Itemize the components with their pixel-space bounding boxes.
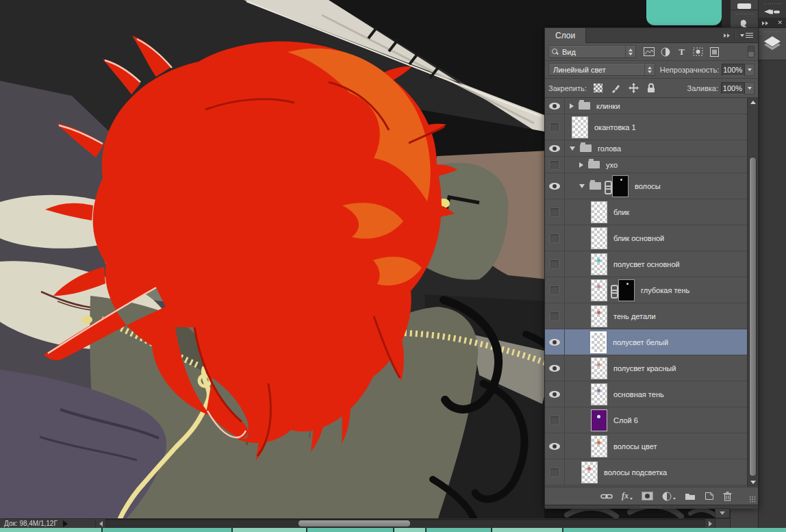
lock-all-icon[interactable] — [645, 82, 658, 94]
expand-panels-icon[interactable] — [762, 21, 768, 25]
scroll-left-button[interactable] — [96, 519, 105, 528]
layer-name[interactable]: полусвет белый — [613, 338, 668, 346]
filter-kind-select[interactable]: Вид — [548, 45, 636, 58]
smart-object-filter-icon[interactable] — [708, 46, 721, 58]
layer-row[interactable]: окантовка 1 — [545, 114, 747, 140]
new-adjustment-layer-button[interactable] — [662, 492, 676, 501]
shape-layer-filter-icon[interactable] — [692, 46, 705, 58]
layer-name[interactable]: волосы цвет — [613, 442, 657, 451]
tools-panel-button[interactable] — [731, 10, 758, 29]
visibility-toggle[interactable] — [545, 433, 565, 459]
layer-thumbnail[interactable] — [591, 435, 607, 457]
collapse-to-icons-icon[interactable] — [724, 34, 730, 38]
pixel-layer-filter-icon[interactable] — [642, 46, 655, 58]
layer-list-scrollbar[interactable] — [747, 98, 758, 487]
lock-move-icon[interactable] — [627, 82, 640, 94]
tab-layers[interactable]: Слои — [545, 28, 586, 43]
layer-row[interactable]: волосы — [545, 173, 747, 199]
layers-panel-dock-button[interactable] — [759, 28, 786, 60]
layer-name[interactable]: клинки — [596, 102, 620, 110]
layer-name[interactable]: волосы подсветка — [604, 468, 667, 477]
scrollbar-thumb[interactable] — [749, 157, 757, 477]
fill-input[interactable]: 100% — [721, 82, 745, 94]
lock-transparency-icon[interactable] — [592, 82, 605, 94]
opacity-input[interactable]: 100% — [722, 64, 745, 76]
visibility-toggle[interactable] — [545, 303, 565, 329]
layer-thumbnail[interactable] — [572, 116, 588, 138]
layer-row[interactable]: глубокая тень — [545, 277, 747, 303]
scroll-right-button[interactable] — [705, 519, 715, 528]
layer-thumbnail[interactable] — [591, 279, 607, 301]
layer-name[interactable]: голова — [598, 144, 621, 153]
collapse-group-icon[interactable] — [570, 147, 575, 151]
layer-thumbnail[interactable] — [591, 227, 607, 249]
layer-name[interactable]: полусвет основной — [613, 260, 680, 268]
visibility-toggle[interactable] — [545, 277, 565, 303]
visibility-toggle[interactable] — [545, 251, 565, 277]
layer-name[interactable]: Слой 6 — [613, 416, 638, 425]
layer-thumbnail[interactable] — [591, 253, 607, 275]
layer-row[interactable]: волосы подсветка — [545, 459, 747, 485]
layer-mask-thumbnail[interactable] — [618, 279, 635, 301]
taskbar-segment[interactable] — [307, 528, 393, 532]
mask-link-icon[interactable] — [604, 181, 610, 192]
mask-link-icon[interactable] — [610, 285, 616, 296]
layer-mask-thumbnail[interactable] — [612, 175, 629, 197]
layer-name[interactable]: основная тень — [613, 390, 664, 398]
layer-name[interactable]: глубокая тень — [641, 286, 689, 294]
layer-row[interactable]: тень детали — [545, 303, 747, 329]
layer-name[interactable]: блик — [613, 208, 629, 216]
layer-name[interactable]: блик основной — [613, 234, 664, 242]
horizontal-scroll-thumb[interactable] — [298, 520, 411, 527]
layer-name[interactable]: ухо — [606, 161, 618, 169]
type-layer-filter-icon[interactable]: T — [675, 46, 688, 58]
close-icon[interactable]: ✕ — [777, 20, 783, 26]
layer-thumbnail[interactable] — [591, 357, 607, 379]
taskbar-segment[interactable] — [103, 528, 231, 532]
layer-row[interactable]: блик — [545, 199, 747, 225]
visibility-toggle[interactable] — [545, 140, 565, 156]
panel-menu-icon[interactable] — [740, 33, 753, 39]
layer-row[interactable]: Слой 6 — [545, 407, 747, 433]
vertical-scroll-down-button[interactable] — [715, 508, 730, 518]
taskbar-segment[interactable] — [394, 528, 425, 532]
visibility-toggle[interactable] — [545, 114, 565, 140]
layer-row[interactable]: голова — [545, 140, 747, 157]
layer-name[interactable]: полусвет красный — [613, 364, 676, 372]
scroll-up-icon[interactable] — [748, 98, 758, 107]
visibility-toggle[interactable] — [545, 329, 565, 355]
visibility-toggle[interactable] — [545, 407, 565, 433]
expand-group-icon[interactable] — [579, 162, 583, 168]
layer-thumbnail[interactable] — [591, 409, 607, 431]
layer-style-button[interactable]: fx — [622, 491, 633, 501]
visibility-toggle[interactable] — [545, 355, 565, 381]
visibility-toggle[interactable] — [545, 98, 565, 114]
layer-thumbnail[interactable] — [590, 331, 607, 353]
layer-row[interactable]: полусвет красный — [545, 355, 747, 381]
fill-dropdown-icon[interactable] — [745, 82, 755, 94]
new-layer-button[interactable] — [705, 492, 714, 501]
brush-panel-button[interactable] — [759, 0, 786, 18]
layer-thumbnail[interactable] — [591, 305, 607, 327]
taskbar-segment[interactable] — [563, 528, 786, 532]
layer-row[interactable]: клинки — [545, 98, 747, 114]
layer-name[interactable]: окантовка 1 — [594, 123, 636, 131]
visibility-toggle[interactable] — [545, 173, 565, 199]
expand-group-icon[interactable] — [570, 103, 574, 109]
layer-row[interactable]: ухо — [545, 157, 747, 173]
taskbar-segment[interactable] — [0, 528, 101, 532]
taskbar-segment[interactable] — [492, 528, 562, 532]
opacity-dropdown-icon[interactable] — [745, 64, 755, 76]
visibility-toggle[interactable] — [545, 225, 565, 251]
layer-row[interactable]: блик основной — [545, 225, 747, 251]
filter-switch-toggle[interactable] — [748, 46, 755, 58]
layer-thumbnail[interactable] — [591, 383, 607, 405]
layer-thumbnail[interactable] — [591, 201, 607, 223]
layer-row[interactable]: полусвет белый — [545, 329, 747, 355]
swatch-panel-button[interactable] — [731, 0, 758, 10]
lock-paint-icon[interactable] — [609, 82, 622, 94]
blend-mode-select[interactable]: Линейный свет — [548, 63, 655, 76]
delete-layer-button[interactable] — [723, 492, 732, 501]
status-flyout-icon[interactable] — [63, 520, 68, 527]
collapse-group-icon[interactable] — [579, 184, 585, 188]
